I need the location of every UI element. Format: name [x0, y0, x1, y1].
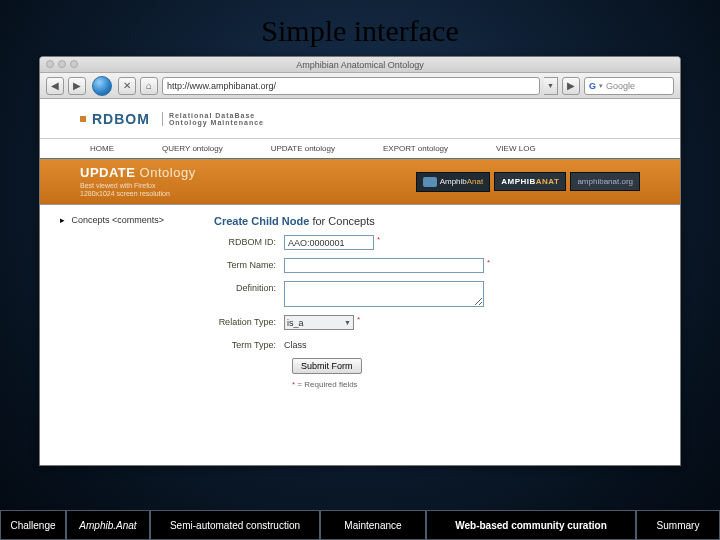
logo-text: RDBOM	[92, 111, 150, 127]
url-text: http://www.amphibanat.org/	[167, 78, 276, 94]
nav-home[interactable]: HOME	[80, 141, 124, 156]
slidenav-semiauto[interactable]: Semi-automated construction	[150, 510, 320, 540]
url-dropdown-icon[interactable]: ▼	[544, 77, 558, 95]
slide-nav: Challenge Amphib.Anat Semi-automated con…	[0, 510, 720, 540]
search-input[interactable]: G ▾ Google	[584, 77, 674, 95]
site-header: RDBOM Relational DataBase Ontology Maint…	[40, 99, 680, 139]
browser-toolbar: ◀ ▶ ✕ ⌂ http://www.amphibanat.org/ ▼ ▶ G…	[40, 73, 680, 99]
amphibanat-logo: AMPHIBANAT	[494, 172, 566, 191]
page-banner: UPDATE Ontology Best viewed with Firefox…	[40, 159, 680, 205]
slidenav-challenge[interactable]: Challenge	[0, 510, 66, 540]
relation-type-select[interactable]: is_a▼	[284, 315, 354, 330]
required-mark: *	[487, 258, 490, 267]
bullet-icon: ▸	[60, 215, 65, 225]
window-title: Amphibian Anatomical Ontology	[296, 60, 424, 70]
required-note: * = Required fields	[292, 380, 650, 389]
label-relation-type: Relation Type:	[214, 315, 284, 327]
logo-square-icon	[80, 116, 86, 122]
form-panel: Create Child Node for Concepts RDBOM ID:…	[214, 215, 650, 389]
slidenav-maintenance[interactable]: Maintenance	[320, 510, 426, 540]
definition-field[interactable]	[284, 281, 484, 307]
forward-button[interactable]: ▶	[68, 77, 86, 95]
main-content: ▸ Concepts <comments> Create Child Node …	[40, 205, 680, 399]
label-rdbom-id: RDBOM ID:	[214, 235, 284, 247]
frog-icon	[423, 177, 437, 187]
url-bar[interactable]: http://www.amphibanat.org/	[162, 77, 540, 95]
banner-right: AmphibAnat AMPHIBANAT amphibanat.org	[416, 172, 640, 192]
nav-export[interactable]: EXPORT ontology	[373, 141, 458, 156]
slidenav-amphibanat[interactable]: Amphib.Anat	[66, 510, 150, 540]
reload-icon[interactable]	[92, 76, 112, 96]
label-definition: Definition:	[214, 281, 284, 293]
site-logo[interactable]: RDBOM Relational DataBase Ontology Maint…	[80, 111, 264, 127]
required-mark: *	[357, 315, 360, 324]
zoom-icon[interactable]	[70, 60, 78, 68]
left-tree: ▸ Concepts <comments>	[60, 215, 200, 389]
amphibanat-link[interactable]: amphibanat.org	[570, 172, 640, 191]
slidenav-summary[interactable]: Summary	[636, 510, 720, 540]
banner-title: UPDATE Ontology	[80, 165, 196, 180]
banner-hint: Best viewed with Firefox 1280x1024 scree…	[80, 182, 196, 197]
search-placeholder: Google	[606, 78, 635, 94]
required-mark: *	[377, 235, 380, 244]
browser-window: Amphibian Anatomical Ontology ◀ ▶ ✕ ⌂ ht…	[39, 56, 681, 466]
back-button[interactable]: ◀	[46, 77, 64, 95]
label-term-type: Term Type:	[214, 338, 284, 350]
go-button[interactable]: ▶	[562, 77, 580, 95]
submit-button[interactable]: Submit Form	[292, 358, 362, 374]
stop-button[interactable]: ✕	[118, 77, 136, 95]
nav-viewlog[interactable]: VIEW LOG	[486, 141, 546, 156]
nav-update[interactable]: UPDATE ontology	[261, 141, 345, 156]
nav-query[interactable]: QUERY ontology	[152, 141, 233, 156]
rdbom-id-field[interactable]	[284, 235, 374, 250]
form-heading: Create Child Node for Concepts	[214, 215, 650, 227]
term-name-field[interactable]	[284, 258, 484, 273]
term-type-value: Class	[284, 338, 307, 350]
site-nav: HOME QUERY ontology UPDATE ontology EXPO…	[40, 139, 680, 159]
slidenav-webcuration[interactable]: Web-based community curation	[426, 510, 636, 540]
page-content: RDBOM Relational DataBase Ontology Maint…	[40, 99, 680, 399]
home-button[interactable]: ⌂	[140, 77, 158, 95]
chevron-down-icon: ▼	[344, 319, 351, 326]
search-engine-icon: G	[589, 78, 596, 94]
close-icon[interactable]	[46, 60, 54, 68]
label-term-name: Term Name:	[214, 258, 284, 270]
minimize-icon[interactable]	[58, 60, 66, 68]
slide-title: Simple interface	[0, 0, 720, 56]
window-titlebar: Amphibian Anatomical Ontology	[40, 57, 680, 73]
amphibanat-badge[interactable]: AmphibAnat	[416, 172, 491, 192]
logo-subtitle: Relational DataBase Ontology Maintenance	[162, 112, 264, 126]
window-controls[interactable]	[46, 60, 78, 68]
tree-item-concepts[interactable]: Concepts <comments>	[72, 215, 165, 225]
